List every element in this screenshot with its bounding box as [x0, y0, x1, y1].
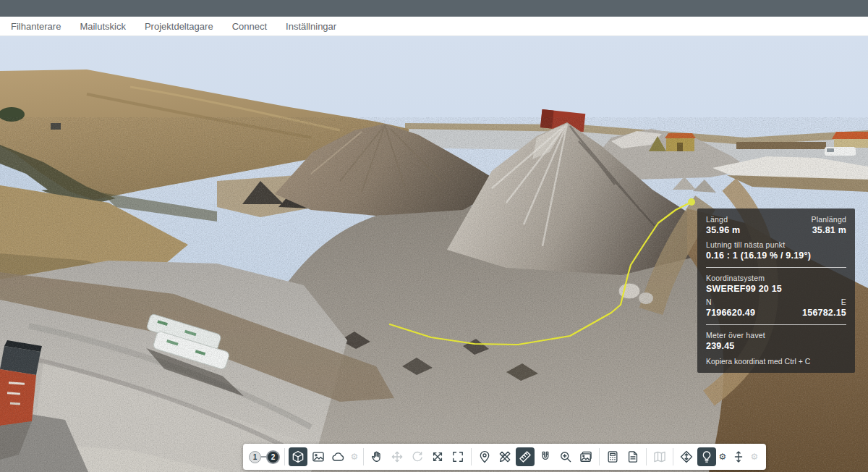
tool-expand-button[interactable]: [428, 447, 447, 466]
panel-divider: [706, 267, 846, 268]
north-value: 7196620.49: [706, 307, 755, 319]
elevation-value: 239.45: [706, 340, 846, 352]
browser-chrome-strip: [0, 0, 868, 17]
menu-item-connect[interactable]: Connect: [223, 21, 276, 32]
tool-move-button[interactable]: [388, 447, 407, 466]
crs-label: Koordinatsystem: [706, 274, 846, 283]
step-1-button[interactable]: 1: [249, 451, 261, 463]
tool-fullscreen-button[interactable]: [448, 447, 467, 466]
north-label: N: [706, 298, 712, 307]
slope-label: Lutning till nästa punkt: [706, 240, 846, 250]
diagonal-arrows-icon: [430, 450, 445, 464]
tool-screenshots-button[interactable]: [576, 447, 595, 466]
map-icon: [652, 450, 667, 464]
vertical-arrows-icon: [731, 450, 746, 464]
toolbar-divider: [646, 448, 647, 465]
slope-value: 0.16 : 1 (16.19 % / 9.19°): [706, 250, 846, 261]
tool-zoom-button[interactable]: [556, 447, 575, 466]
calculator-icon: [605, 450, 620, 464]
step-toggle: 1 2: [249, 450, 280, 464]
tool-snap-button[interactable]: [536, 447, 555, 466]
elevation-label: Meter över havet: [706, 331, 846, 340]
measurement-info-panel: Längd Planlängd 35.96 m 35.81 m Lutning …: [697, 208, 855, 373]
length-label: Längd: [706, 215, 728, 224]
cube-icon: [291, 450, 305, 464]
tool-flatten-button[interactable]: [677, 447, 696, 466]
menu-item-projektdeltagare[interactable]: Projektdeltagare: [135, 21, 223, 32]
cloud-icon: [331, 450, 346, 464]
tool-marker-button[interactable]: [475, 447, 494, 466]
pointcloud-settings-gear-icon[interactable]: ⚙: [349, 447, 359, 466]
east-value: 156782.15: [802, 307, 846, 319]
document-icon: [626, 450, 640, 464]
rotate-icon: [410, 450, 425, 464]
toolbar-divider: [363, 448, 364, 465]
toolbar-divider: [471, 448, 472, 465]
crs-value: SWEREF99 20 15: [706, 283, 846, 295]
magnifier-plus-icon: [558, 450, 573, 464]
menu-item-filhanterare[interactable]: Filhanterare: [1, 21, 70, 32]
tool-light-button[interactable]: [697, 447, 716, 466]
tool-elevation-button[interactable]: [729, 447, 748, 466]
photos-icon: [579, 450, 593, 464]
ruler-icon: [518, 450, 532, 464]
location-pin-icon: [477, 450, 492, 464]
plan-length-value: 35.81 m: [812, 224, 846, 236]
magnet-icon: [538, 450, 553, 464]
tool-measure-button[interactable]: [516, 447, 535, 466]
app-menubar: Filhanterare Mailutskick Projektdeltagar…: [0, 17, 868, 36]
tool-draw-button[interactable]: [495, 447, 514, 466]
diamond-arrows-icon: [679, 450, 694, 464]
tool-map-button[interactable]: [650, 447, 669, 466]
step-2-button[interactable]: 2: [266, 450, 280, 464]
toolbar-divider: [673, 448, 673, 465]
lightbulb-icon: [699, 450, 714, 464]
tool-calculator-button[interactable]: [603, 447, 622, 466]
toolbar-divider: [284, 448, 285, 465]
plan-length-label: Planlängd: [811, 215, 846, 224]
image-icon: [311, 450, 326, 464]
corner-brackets-icon: [451, 450, 465, 464]
tool-pointcloud-button[interactable]: [329, 447, 348, 466]
viewer-toolbar: 1 2 ⚙: [243, 444, 766, 470]
menu-item-installningar[interactable]: Inställningar: [276, 21, 346, 32]
copy-hint: Kopiera koordinat med Ctrl + C: [706, 357, 846, 366]
tool-pan-button[interactable]: [367, 447, 386, 466]
toolbar-divider: [599, 448, 600, 465]
tool-3d-view-button[interactable]: [289, 447, 307, 466]
pencil-ruler-icon: [498, 450, 512, 464]
move-arrows-icon: [390, 450, 404, 464]
east-label: E: [841, 298, 846, 307]
length-value: 35.96 m: [706, 224, 740, 236]
step-link: [261, 456, 266, 458]
tool-rotate-button[interactable]: [408, 447, 427, 466]
elevation-settings-gear-icon[interactable]: ⚙: [749, 447, 760, 466]
menu-item-mailutskick[interactable]: Mailutskick: [70, 21, 135, 32]
tool-report-button[interactable]: [624, 447, 642, 466]
light-settings-gear-icon[interactable]: ⚙: [718, 447, 728, 466]
measurement-endpoint: [688, 198, 695, 206]
panel-divider: [706, 324, 846, 325]
hand-icon: [370, 450, 384, 464]
tool-basemap-button[interactable]: [309, 447, 328, 466]
